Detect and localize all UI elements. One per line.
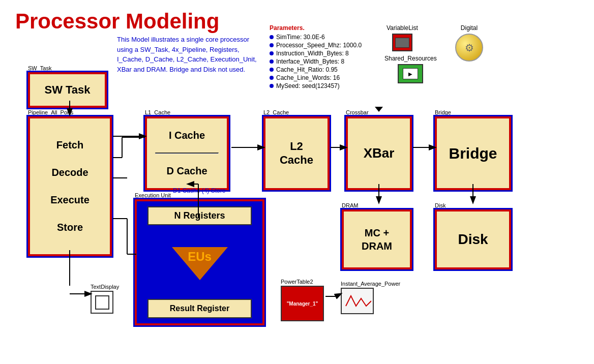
powertable-box[interactable]: "Manager_1" (281, 286, 324, 321)
disk-label: Disk (435, 202, 511, 208)
textdisplay-box[interactable] (91, 291, 113, 314)
l1-cache-label: L1_Cache (145, 109, 229, 115)
iap-box[interactable] (341, 288, 374, 314)
param-item-1: Processor_Speed_Mhz: 1000.0 (270, 42, 362, 49)
l1-cache-block[interactable]: I Cache D Cache (145, 116, 229, 190)
pipeline-label: Pipeline_All_Ports (28, 109, 112, 115)
param-item-0: SimTime: 30.0E-6 (270, 34, 362, 41)
variable-list[interactable]: VariableList (387, 24, 418, 51)
description: This Model illustrates a single core pro… (117, 35, 264, 74)
chevron-wrapper: EUs (169, 246, 230, 281)
param-item-5: Cache_Line_Words: 16 (270, 74, 362, 81)
gear-icon: ⚙ (465, 42, 474, 54)
params-title: Parameters. (270, 24, 362, 32)
page-title: Processor Modeling (15, 9, 219, 34)
disk-block[interactable]: Disk (435, 209, 511, 269)
disk-container: Disk Disk (435, 202, 511, 269)
bridge-label: Bridge (435, 109, 511, 115)
pipeline-stage-store: Store (35, 222, 105, 233)
eu-visual: EUs (169, 246, 230, 281)
iap-container: Instant_Average_Power (341, 281, 400, 314)
variable-list-label: VariableList (387, 24, 418, 32)
exec-registers: N Registers (147, 206, 251, 225)
parameters-box: Parameters. SimTime: 30.0E-6 Processor_S… (270, 24, 362, 90)
pipeline-stage-fetch: Fetch (35, 139, 105, 151)
l2-cache-block[interactable]: L2Cache (263, 116, 330, 190)
shared-resources-label: Shared_Resources (384, 55, 437, 62)
l2-cache-container: L2_Cache L2Cache (263, 109, 330, 190)
l2-cache-label: L2_Cache (263, 109, 330, 115)
param-dot-3 (270, 59, 274, 64)
param-dot-5 (270, 76, 274, 80)
bridge-block[interactable]: Bridge (435, 116, 511, 190)
sw-task-label: SW_Task (28, 65, 107, 71)
param-dot-1 (270, 43, 274, 47)
waveform-icon (343, 291, 371, 311)
dram-block[interactable]: MC +DRAM (342, 209, 412, 269)
dram-container: DRAM MC +DRAM (342, 202, 412, 269)
param-dot-6 (270, 84, 274, 88)
digital-component[interactable]: Digital ⚙ (455, 24, 483, 62)
pipeline-stage-execute: Execute (35, 194, 105, 206)
powertable-label: PowerTable2 (281, 279, 324, 285)
param-dot-2 (270, 51, 274, 55)
l1-cache-container: L1_Cache I Cache D Cache (145, 109, 229, 190)
exec-container: Execution Unit N Registers EUs Result Re… (135, 192, 264, 325)
param-item-2: Instruction_Width_Bytes: 8 (270, 50, 362, 57)
shared-resources[interactable]: Shared_Resources ▶ (384, 55, 437, 83)
display-icon (95, 295, 110, 310)
xbar-container: Crossbar XBar (346, 109, 412, 190)
sw-task-block[interactable]: SW Task (28, 72, 107, 108)
shared-resources-inner: ▶ (403, 68, 418, 79)
exec-result: Result Register (147, 299, 251, 318)
svg-line-21 (336, 294, 341, 296)
variable-list-inner (395, 38, 409, 48)
param-item-3: Interface_Width_Bytes: 8 (270, 58, 362, 65)
pipeline-container: Pipeline_All_Ports Fetch Decode Execute … (28, 109, 112, 256)
param-item-6: MySeed: seed(123457) (270, 82, 362, 89)
dram-label: DRAM (342, 202, 412, 208)
xbar-label: Crossbar (346, 109, 412, 115)
textdisplay-container: TextDisplay (91, 284, 119, 314)
exec-block[interactable]: N Registers EUs Result Register (135, 199, 264, 325)
pipeline-block[interactable]: Fetch Decode Execute Store (28, 116, 112, 256)
powertable-container: PowerTable2 "Manager_1" (281, 279, 324, 321)
digital-circle[interactable]: ⚙ (455, 34, 483, 62)
xbar-block[interactable]: XBar (346, 116, 412, 190)
shared-resources-box[interactable]: ▶ (398, 64, 423, 83)
param-dot-4 (270, 68, 274, 72)
bridge-container: Bridge Bridge (435, 109, 511, 190)
exec-label: Execution Unit (135, 192, 264, 198)
param-dot-0 (270, 35, 274, 39)
svg-rect-0 (96, 296, 109, 309)
pipeline-stage-decode: Decode (35, 167, 105, 178)
variable-list-box[interactable] (392, 34, 412, 51)
textdisplay-label: TextDisplay (91, 284, 119, 290)
param-item-4: Cache_Hit_Ratio: 0.95 (270, 66, 362, 73)
iap-label: Instant_Average_Power (341, 281, 400, 287)
eu-text: EUs (188, 250, 212, 264)
dcache-label: D Cache (166, 165, 207, 177)
digital-label: Digital (461, 24, 478, 32)
icache-label: I Cache (169, 130, 205, 141)
sw-task-container: SW_Task SW Task (28, 65, 107, 108)
